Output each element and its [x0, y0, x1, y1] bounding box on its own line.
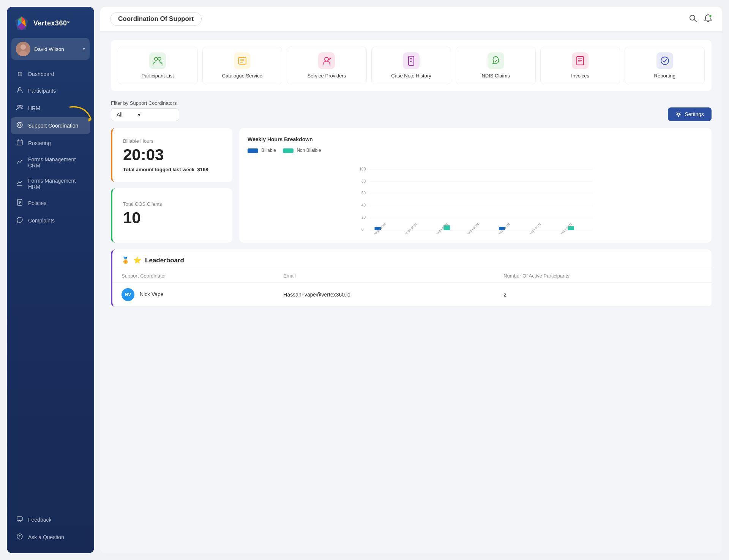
participants-icon — [16, 87, 24, 95]
sidebar-item-participants[interactable]: Participants — [11, 82, 90, 99]
settings-button[interactable]: Settings — [668, 107, 712, 121]
topbar: Coordination Of Support — [100, 7, 722, 32]
page-title: Coordination Of Support — [110, 12, 202, 26]
svg-text:10-01-2024: 10-01-2024 — [404, 222, 418, 234]
chart-legend: Billable Non Bilalble — [248, 148, 703, 153]
complaints-icon — [16, 216, 24, 225]
stats-row: Billable Hours 20:03 Total amount logged… — [111, 128, 712, 243]
sidebar-item-forms-crm[interactable]: Forms Management CRM — [11, 152, 90, 173]
tile-ndis-claims[interactable]: NDIS Claims — [456, 47, 536, 84]
total-cos-value: 10 — [123, 210, 222, 226]
tile-case-note-history[interactable]: Case Note History — [371, 47, 451, 84]
billable-hours-card: Billable Hours 20:03 Total amount logged… — [111, 128, 232, 182]
leaderboard-header: 🏅 ⭐ Leaderboard — [112, 249, 712, 269]
filter-bar: Filter by Support Coordinators All ▾ Set… — [111, 100, 712, 121]
billable-hours-value: 20:03 — [123, 147, 222, 163]
feedback-icon — [16, 516, 24, 524]
svg-rect-14 — [17, 140, 22, 145]
tile-label: Service Providers — [308, 73, 346, 79]
tile-service-providers[interactable]: Service Providers — [287, 47, 367, 84]
svg-point-11 — [20, 105, 22, 107]
tile-reporting[interactable]: Reporting — [625, 47, 705, 84]
main-content: Coordination Of Support Participan — [100, 7, 722, 553]
svg-point-7 — [21, 44, 26, 50]
sidebar-item-dashboard[interactable]: ⊞ Dashboard — [11, 66, 90, 82]
sidebar-item-label: Support Coordination — [28, 123, 78, 129]
sidebar-item-hrm[interactable]: HRM — [11, 100, 90, 117]
sidebar-item-label: Forms Management HRM — [28, 178, 85, 190]
sidebar-item-label: Complaints — [28, 218, 55, 224]
leaderboard-title: Leaderboard — [145, 257, 184, 264]
svg-point-20 — [709, 14, 712, 17]
col-email: Email — [274, 269, 494, 283]
sidebar-item-complaints[interactable]: Complaints — [11, 212, 90, 229]
notification-icon[interactable] — [704, 14, 712, 24]
svg-rect-26 — [577, 57, 584, 65]
svg-rect-25 — [409, 56, 414, 65]
tile-label: NDIS Claims — [481, 73, 510, 79]
chart-card: Weekly Hours Breakdown Billable Non Bila… — [239, 128, 712, 243]
shortcut-tiles: Participant List Catalogue Service Servi… — [111, 40, 712, 91]
svg-point-13 — [19, 124, 21, 126]
avatar — [16, 42, 30, 56]
ask-question-icon — [16, 533, 24, 541]
tile-label: Reporting — [654, 73, 675, 79]
sidebar-item-feedback[interactable]: Feedback — [11, 511, 90, 528]
sidebar: Vertex360° David Wilson ▾ ⊞ Dashboard — [7, 7, 94, 553]
svg-point-27 — [661, 57, 669, 65]
sidebar-item-rostering[interactable]: Rostering — [11, 135, 90, 151]
svg-text:0: 0 — [361, 227, 364, 232]
sidebar-item-label: Participants — [28, 88, 56, 94]
leaderboard-table: Support Coordinator Email Number Of Acti… — [112, 269, 712, 307]
svg-text:80: 80 — [361, 179, 366, 183]
sidebar-item-ask-question[interactable]: Ask a Question — [11, 529, 90, 546]
settings-label: Settings — [685, 111, 704, 117]
svg-point-10 — [17, 105, 20, 107]
hrm-icon — [16, 104, 24, 112]
col-participants: Number Of Active Participants — [494, 269, 712, 283]
total-cos-card: Total COS Clients 10 — [111, 188, 232, 243]
email-cell: Hassan+vape@vertex360.io — [274, 283, 494, 307]
sidebar-item-policies[interactable]: Policies — [11, 195, 90, 211]
sidebar-bottom: Feedback Ask a Question — [7, 511, 94, 546]
svg-point-18 — [19, 538, 20, 538]
sidebar-item-label: Feedback — [28, 517, 51, 523]
forms-hrm-icon — [16, 180, 24, 188]
svg-point-22 — [158, 57, 161, 60]
leaderboard-card: 🏅 ⭐ Leaderboard Support Coordinator Emai… — [111, 249, 712, 307]
tile-participant-list[interactable]: Participant List — [118, 47, 198, 84]
dashboard-icon: ⊞ — [16, 70, 24, 77]
svg-point-24 — [325, 57, 328, 61]
participants-cell: 2 — [494, 283, 712, 307]
sidebar-nav: ⊞ Dashboard Participants HRM Support Co — [7, 66, 94, 511]
tile-catalogue-service[interactable]: Catalogue Service — [202, 47, 282, 84]
svg-point-21 — [155, 57, 158, 60]
rostering-icon — [16, 139, 24, 147]
svg-point-28 — [677, 113, 680, 115]
sidebar-item-support-coordination[interactable]: Support Coordination — [11, 117, 90, 134]
filter-select[interactable]: All ▾ — [111, 108, 179, 121]
sidebar-item-label: Ask a Question — [28, 534, 64, 540]
sidebar-item-label: Rostering — [28, 140, 51, 146]
svg-rect-16 — [17, 517, 22, 521]
star-emoji: ⭐ — [133, 256, 141, 264]
page-body: Participant List Catalogue Service Servi… — [100, 32, 722, 553]
user-profile[interactable]: David Wilson ▾ — [11, 38, 90, 60]
svg-text:40: 40 — [361, 203, 366, 207]
tile-label: Participant List — [142, 73, 174, 79]
filter-group: Filter by Support Coordinators All ▾ — [111, 100, 179, 121]
topbar-actions — [689, 14, 712, 24]
svg-text:12-01-2024: 12-01-2024 — [467, 222, 480, 234]
col-coordinator: Support Coordinator — [112, 269, 274, 283]
policies-icon — [16, 199, 24, 207]
svg-text:14-01-2024: 14-01-2024 — [529, 222, 542, 234]
sidebar-item-label: Forms Management CRM — [28, 156, 85, 169]
sidebar-item-forms-hrm[interactable]: Forms Management HRM — [11, 174, 90, 194]
search-icon[interactable] — [689, 14, 697, 24]
support-coordination-icon — [16, 121, 24, 130]
sidebar-logo: Vertex360° — [7, 7, 94, 38]
tile-invoices[interactable]: Invoices — [540, 47, 620, 84]
legend-non-billable: Non Bilalble — [283, 148, 321, 153]
svg-text:60: 60 — [361, 191, 366, 195]
forms-crm-icon — [16, 158, 24, 167]
